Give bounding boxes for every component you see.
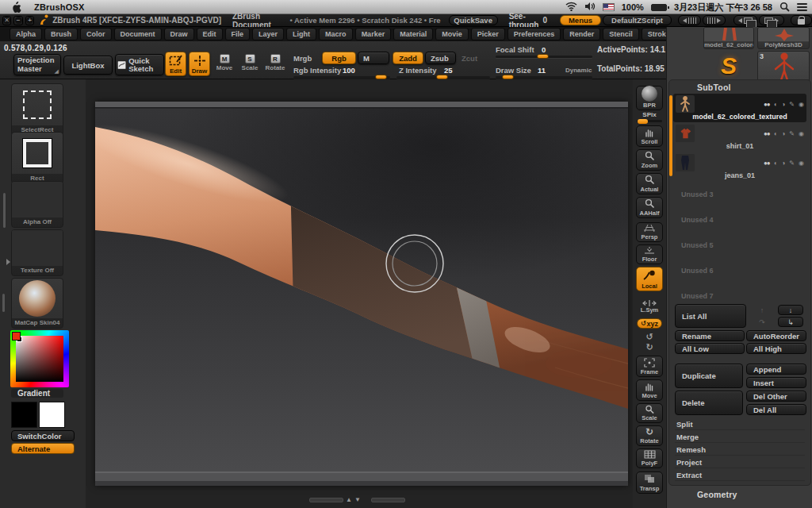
shelf-rotate-button[interactable]: ↻ Rotate: [636, 425, 663, 446]
insert-button[interactable]: Insert: [746, 377, 806, 388]
menu-stencil[interactable]: Stencil: [603, 28, 639, 40]
scroll-down-icon[interactable]: ▼: [354, 496, 361, 503]
saturation-square[interactable]: [16, 336, 63, 382]
apple-menu-icon[interactable]: [11, 1, 21, 13]
subtool-header[interactable]: SubTool: [697, 83, 731, 92]
transp-button[interactable]: Transp: [636, 471, 663, 494]
all-high-button[interactable]: All High: [746, 343, 806, 354]
zadd-button[interactable]: Zadd: [393, 52, 423, 64]
menu-edit[interactable]: Edit: [197, 28, 223, 40]
focal-shift-slider[interactable]: [496, 56, 592, 58]
canvas-hscroll-left[interactable]: [309, 498, 343, 502]
alpha-selector[interactable]: Alpha Off: [11, 181, 63, 228]
stroke-selector[interactable]: SelectRect: [11, 83, 63, 136]
subtool-item-unused[interactable]: Unused 4: [673, 207, 806, 232]
half-toggle2-icon[interactable]: ◑: [781, 130, 785, 137]
volume-icon[interactable]: [584, 2, 596, 13]
input-language-flag-icon[interactable]: [603, 3, 615, 11]
draw-mode-button[interactable]: Draw: [189, 52, 210, 76]
gradient-toggle[interactable]: Gradient: [11, 389, 63, 398]
window-zoom-button[interactable]: +: [25, 16, 34, 25]
recent-tool-thumbnail[interactable]: model_62_colore: [703, 27, 754, 49]
brush-toggle-icon[interactable]: ✎: [789, 130, 795, 137]
texture-selector[interactable]: Texture Off: [11, 229, 63, 276]
project-row[interactable]: Project: [675, 456, 805, 468]
move-down-button[interactable]: ↓: [778, 305, 803, 315]
del-all-button[interactable]: Del All: [746, 404, 806, 415]
scale-mode-button[interactable]: S Scale: [239, 54, 260, 71]
menu-marker[interactable]: Marker: [355, 28, 392, 40]
canvas-scroll-arrows[interactable]: ▲ ▼: [346, 496, 361, 503]
window-close-button[interactable]: ✕: [2, 16, 11, 25]
secondary-color-swatch[interactable]: [39, 402, 65, 428]
menu-material[interactable]: Material: [393, 28, 433, 40]
dynamic-toggle[interactable]: Dynamic: [565, 67, 592, 74]
half-toggle-icon[interactable]: ◐: [774, 101, 778, 108]
shelf-scale-button[interactable]: Scale: [636, 403, 663, 423]
menu-file[interactable]: File: [225, 28, 251, 40]
local-button[interactable]: Local: [636, 267, 663, 291]
frontmost-app-name[interactable]: ZBrushOSX: [34, 2, 85, 12]
polypaint-toggle-icon[interactable]: ●●: [764, 130, 770, 137]
lightbox-button[interactable]: LightBox: [63, 56, 113, 75]
zsub-button[interactable]: Zsub: [425, 52, 456, 64]
redo-arrow[interactable]: ↷: [749, 317, 775, 327]
menus-toggle-button[interactable]: Menus: [560, 15, 601, 25]
move-mode-button[interactable]: M Move: [214, 54, 235, 71]
subtool-item-model[interactable]: ●● ◐ ◑ ✎ ◉ model_62_colored_textured: [673, 94, 806, 122]
tutorial-prev-button[interactable]: [678, 15, 701, 25]
frame-button[interactable]: Frame: [636, 356, 663, 377]
brush-toggle-icon[interactable]: ✎: [789, 160, 795, 167]
focal-shift-nub[interactable]: [537, 54, 549, 59]
menu-color[interactable]: Color: [80, 28, 112, 40]
menubar-clock[interactable]: 3月23日週六 下午3 26 58: [674, 2, 772, 13]
floor-button[interactable]: Floor: [636, 244, 663, 264]
rgb-intensity-slider[interactable]: [293, 76, 390, 79]
lsym-button[interactable]: L.Sym: [636, 300, 663, 314]
shelf-move-button[interactable]: Move: [636, 379, 663, 401]
menu-alpha[interactable]: Alpha: [10, 28, 42, 40]
half-toggle-icon[interactable]: ◐: [774, 160, 778, 167]
sculpt-canvas[interactable]: [95, 102, 628, 486]
wifi-icon[interactable]: [565, 2, 577, 13]
geometry-header[interactable]: Geometry: [697, 490, 737, 499]
canvas-hscroll-right[interactable]: [371, 498, 405, 502]
half-toggle-icon[interactable]: ◐: [774, 130, 778, 137]
move-up-arrow[interactable]: ↑: [749, 305, 775, 315]
window-minimize-button[interactable]: −: [13, 16, 22, 25]
extract-row[interactable]: Extract: [675, 469, 805, 481]
menu-picker[interactable]: Picker: [471, 28, 505, 40]
menu-movie[interactable]: Movie: [435, 28, 469, 40]
persp-button[interactable]: Persp: [636, 222, 663, 242]
all-low-button[interactable]: All Low: [675, 343, 745, 354]
polypaint-toggle-icon[interactable]: ●●: [764, 101, 770, 108]
draw-size-slider[interactable]: [496, 76, 592, 79]
spix-nub[interactable]: [638, 119, 648, 124]
quick-sketch-button[interactable]: Quick Sketch: [115, 54, 164, 75]
rotate-y-button[interactable]: ↺: [633, 332, 666, 342]
subtool-item-shirt[interactable]: ●● ◐ ◑ ✎ ◉ shirt_01: [673, 123, 806, 152]
menu-render[interactable]: Render: [563, 28, 600, 40]
eye-toggle-icon[interactable]: ◉: [799, 130, 804, 137]
aahalf-button[interactable]: AAHalf: [636, 197, 663, 218]
left-scrollbar-thumb2[interactable]: [2, 294, 5, 312]
quicksave-button[interactable]: QuickSave: [449, 15, 498, 25]
m-button[interactable]: M: [358, 52, 389, 64]
split-row[interactable]: Split: [675, 418, 805, 430]
stroke-rect-selector[interactable]: Rect: [11, 132, 63, 184]
menu-preferences[interactable]: Preferences: [508, 28, 561, 40]
spotlight-search-icon[interactable]: [779, 2, 790, 13]
menu-document[interactable]: Document: [114, 28, 162, 40]
eye-toggle-icon[interactable]: ◉: [799, 160, 804, 167]
brush-toggle-icon[interactable]: ✎: [789, 101, 795, 108]
next-document-view-button[interactable]: [759, 15, 784, 25]
half-toggle2-icon[interactable]: ◑: [781, 160, 785, 167]
tutorial-next-button[interactable]: [703, 15, 726, 25]
half-toggle2-icon[interactable]: ◑: [781, 101, 785, 108]
battery-icon[interactable]: [651, 4, 667, 11]
remesh-row[interactable]: Remesh: [675, 444, 805, 456]
scroll-button[interactable]: Scroll: [636, 125, 663, 147]
rotate-z-button[interactable]: ↻: [633, 342, 666, 352]
notification-center-icon[interactable]: [797, 3, 807, 11]
edit-mode-button[interactable]: Edit: [165, 52, 186, 76]
